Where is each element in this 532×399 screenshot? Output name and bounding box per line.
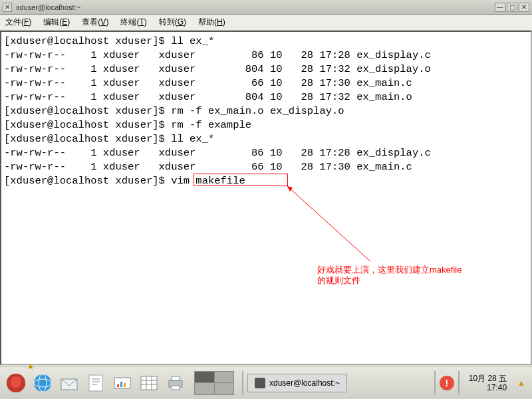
workspace-4[interactable] (215, 383, 234, 394)
close-button[interactable]: ✕ (519, 3, 529, 12)
svg-rect-15 (124, 383, 126, 387)
taskbar-window-button[interactable]: xduser@localhost:~ (247, 374, 347, 392)
alert-icon[interactable]: ! (440, 376, 454, 390)
svg-rect-23 (172, 386, 180, 390)
workspace-1[interactable] (195, 372, 214, 383)
svg-rect-14 (120, 382, 122, 387)
taskbar-separator (458, 371, 460, 395)
svg-rect-8 (89, 375, 102, 391)
window-title: xduser@localhost:~ (16, 3, 495, 11)
close-icon[interactable]: ✕ (3, 3, 12, 12)
workspace-switcher[interactable] (194, 371, 234, 395)
menu-edit[interactable]: 编辑(E) (43, 17, 70, 28)
menu-help[interactable]: 帮助(H) (198, 17, 225, 28)
menu-go[interactable]: 转到(G) (159, 17, 186, 28)
browser-icon[interactable] (31, 371, 55, 395)
svg-rect-13 (117, 384, 119, 387)
window-titlebar: ✕ xduser@localhost:~ — ▢ ✕ (0, 0, 532, 15)
taskbar-separator (434, 371, 436, 395)
highlight-box (194, 174, 288, 186)
triangle-icon: ▲ (27, 361, 35, 370)
svg-line-0 (287, 186, 370, 261)
terminal-area[interactable]: [xduser@localhost xduser]$ ll ex_* -rw-r… (0, 31, 532, 365)
expand-icon[interactable]: ▲ (517, 378, 525, 388)
menubar: 文件(F) 编辑(E) 查看(V) 终端(T) 转到(G) 帮助(H) (0, 15, 532, 31)
minimize-button[interactable]: — (495, 3, 505, 12)
menu-file[interactable]: 文件(F) (5, 17, 31, 28)
taskbar: xduser@localhost:~ ! 10月 28 五 17:40 ▲ (0, 366, 532, 399)
menu-terminal[interactable]: 终端(T) (120, 17, 146, 28)
workspace-2[interactable] (215, 372, 234, 383)
printer-icon[interactable] (164, 371, 188, 395)
menu-view[interactable]: 查看(V) (82, 17, 108, 28)
presentation-icon[interactable] (110, 371, 134, 395)
clock[interactable]: 10月 28 五 17:40 (469, 374, 507, 392)
terminal-mini-icon (255, 378, 265, 388)
text-editor-icon[interactable] (84, 371, 108, 395)
svg-rect-22 (172, 376, 180, 380)
svg-rect-16 (141, 376, 157, 390)
clock-date: 10月 28 五 (469, 374, 507, 383)
taskbar-separator (242, 371, 243, 395)
start-menu-icon[interactable] (4, 371, 28, 395)
clock-time: 17:40 (469, 383, 507, 392)
workspace-3[interactable] (195, 383, 214, 394)
maximize-button[interactable]: ▢ (507, 3, 517, 12)
annotation-text: 好戏就要上演，这里我们建立makefile 的规则文件 (317, 265, 490, 286)
svg-point-4 (34, 374, 51, 392)
taskbar-button-label: xduser@localhost:~ (269, 378, 340, 388)
spreadsheet-icon[interactable] (137, 371, 161, 395)
mail-icon[interactable] (57, 371, 81, 395)
